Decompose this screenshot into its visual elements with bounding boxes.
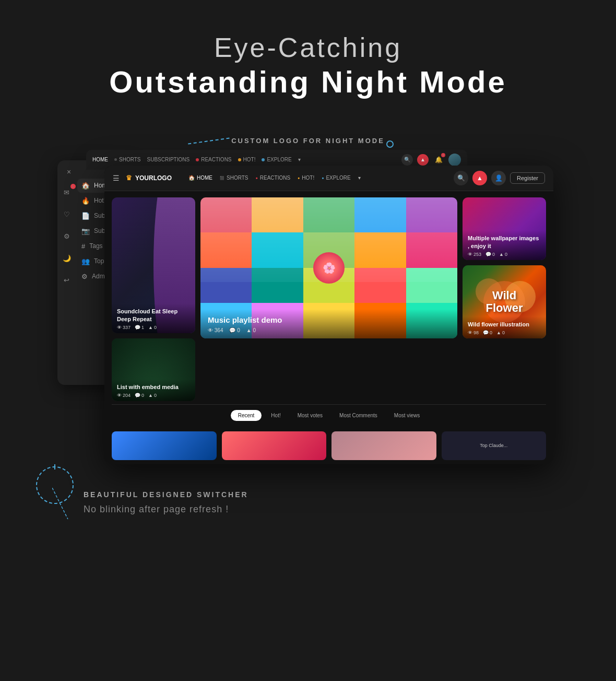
tags-icon: # (81, 242, 85, 250)
wildflower-overlay-text: WildFlower (486, 289, 523, 314)
home-nav-icon: 🏠 (188, 175, 195, 181)
browser-upload[interactable]: ▲ (472, 171, 487, 185)
submiti-icon: 📷 (81, 227, 90, 235)
reactions-dot (196, 158, 199, 161)
register-button[interactable]: Register (510, 172, 545, 184)
bottom-card-4[interactable]: Top Claude... (442, 431, 547, 460)
shorts-nav-icon: ⬛ (220, 176, 224, 180)
center-likes: ▲ 0 (246, 327, 256, 333)
sidebar-logout-icon[interactable]: ↩ (60, 273, 74, 288)
browser-nav-shorts[interactable]: ⬛ SHORTS (220, 175, 248, 181)
top-users-icon: 👥 (81, 257, 90, 265)
hot-icon: 🔥 (81, 197, 90, 205)
wildflower-comments: 💬 0 (483, 330, 492, 335)
hero-title-light: Eye-Catching (10, 31, 606, 64)
browser-nav-home[interactable]: 🏠 HOME (188, 175, 212, 181)
wildflower-card[interactable]: WildFlower Wild flower illustration 👁 98… (463, 265, 546, 338)
hero-title-bold: Outstanding Night Mode (10, 64, 606, 100)
tab-most-comments[interactable]: Most Comments (332, 410, 385, 421)
explore-dot (262, 158, 265, 161)
browser-nav-links: 🏠 HOME ⬛ SHORTS ● REACTIONS ● HOT! ● EXP… (188, 175, 447, 181)
wallpaper-card-label: Multiple wallpaper images , enjoy it 👁 2… (463, 230, 546, 260)
wallpaper-comments: 💬 0 (485, 252, 495, 257)
tab-hot[interactable]: Hot! (264, 410, 288, 421)
topbar-search[interactable]: 🔍 (401, 154, 413, 166)
sidebar-settings-icon[interactable]: ⚙ (60, 229, 74, 244)
topbar-shorts[interactable]: SHORTS (114, 157, 141, 162)
browser-nav-hot[interactable]: ● HOT! (298, 175, 314, 181)
wallpaper-likes: ▲ 0 (499, 252, 507, 257)
wallpaper-title: Multiple wallpaper images , enjoy it (468, 234, 541, 250)
topbar-home[interactable]: HOME (92, 157, 108, 162)
browser-search[interactable]: 🔍 (454, 171, 468, 185)
soundcloud-card-label: Soundcloud Eat Sleep Deep Repeat 👁 337 💬… (112, 303, 195, 333)
topbar-avatar[interactable] (448, 154, 461, 166)
tabs-row: Recent Hot! Most votes Most Comments Mos… (112, 404, 546, 425)
topbar-reactions[interactable]: REACTIONS (196, 157, 231, 162)
submitn-icon: 📄 (81, 212, 90, 220)
browser-nav-reactions[interactable]: ● REACTIONS (256, 175, 291, 181)
left-column: Soundcloud Eat Sleep Deep Repeat 👁 337 💬… (112, 197, 195, 401)
topbar-explore[interactable]: EXPLORE (262, 157, 291, 162)
browser-nav-explore[interactable]: ● EXPLORE (322, 175, 350, 181)
soundcloud-card[interactable]: Soundcloud Eat Sleep Deep Repeat 👁 337 💬… (112, 197, 195, 333)
list-embed-card-label: List with embed media 👁 204 💬 0 ▲ 0 (112, 379, 195, 401)
bottom-card-2[interactable] (222, 431, 327, 460)
tab-recent[interactable]: Recent (231, 410, 262, 421)
right-column: Multiple wallpaper images , enjoy it 👁 2… (463, 197, 546, 401)
logo-crown-icon: ♛ (126, 174, 132, 182)
sidebar-heart-icon[interactable]: ♡ (60, 207, 74, 222)
topbar-more[interactable]: ▾ (298, 157, 301, 162)
topbar-subscriptions[interactable]: SUBSCRIPTIONS (147, 157, 190, 162)
center-stats: 👁 364 💬 0 ▲ 0 (208, 327, 450, 333)
annotation-top-label: CUSTOM LOGO FOR NIGHT MODE (0, 137, 616, 145)
hot-nav-dot: ● (298, 176, 300, 180)
bottom-card-1[interactable] (112, 431, 217, 460)
list-embed-title: List with embed media (117, 383, 190, 391)
center-card-label: Music playlist demo 👁 364 💬 0 ▲ 0 (200, 309, 457, 338)
center-comments: 💬 0 (229, 327, 240, 333)
topbar-notifications[interactable]: 🔔 1 (433, 154, 444, 166)
hamburger-menu[interactable]: ☰ (113, 174, 120, 182)
bottom-cards-row: Top Claude... (104, 431, 553, 464)
hot-dot (238, 158, 241, 161)
notif-badge: 1 (441, 153, 445, 157)
wildflower-likes: ▲ 0 (496, 330, 505, 335)
browser-nav-more[interactable]: ▾ (358, 175, 361, 181)
svg-line-2 (52, 488, 68, 519)
sidebar-night-icon[interactable]: 🌙 (60, 251, 74, 266)
topbar-upload[interactable]: ▲ (417, 154, 429, 166)
logo: ♛ YOURLOGO (126, 174, 172, 182)
sidebar-hot-label: Hot! (94, 197, 105, 204)
sidebar-close[interactable]: × (64, 167, 74, 177)
wildflower-stats: 👁 98 💬 0 ▲ 0 (468, 330, 541, 335)
browser-right-actions: 🔍 ▲ 👤 Register (454, 171, 545, 185)
wallpaper-card[interactable]: Multiple wallpaper images , enjoy it 👁 2… (463, 197, 546, 260)
center-views: 👁 364 (208, 327, 223, 333)
wildflower-views: 👁 98 (468, 330, 479, 335)
dashed-connector (52, 488, 104, 530)
list-embed-views: 👁 204 (117, 393, 131, 398)
list-embed-stats: 👁 204 💬 0 ▲ 0 (117, 393, 190, 398)
bottom-card-3[interactable] (331, 431, 436, 460)
top-bar-nav-links: HOME SHORTS SUBSCRIPTIONS REACTIONS HOT!… (92, 157, 394, 162)
messages-badge: 1 (70, 184, 76, 189)
media-grid: Soundcloud Eat Sleep Deep Repeat 👁 337 💬… (112, 197, 546, 401)
soundcloud-views: 👁 337 (117, 325, 131, 330)
logo-text: YOURLOGO (135, 174, 172, 182)
list-embed-card[interactable]: List with embed media 👁 204 💬 0 ▲ 0 (112, 338, 195, 401)
tab-most-votes[interactable]: Most votes (290, 410, 330, 421)
tab-most-views[interactable]: Most views (387, 410, 427, 421)
sidebar-messages-icon[interactable]: ✉ 1 (60, 185, 74, 200)
soundcloud-comments: 💬 1 (135, 325, 144, 330)
wildflower-card-label: Wild flower illustration 👁 98 💬 0 ▲ 0 (463, 316, 546, 338)
list-embed-comments: 💬 0 (135, 393, 144, 398)
mockup-area: × ✉ 1 ♡ ⚙ 🌙 ↩ 🏠 Home 🔥 Hot! 📄 Submit N..… (57, 150, 559, 459)
center-card[interactable]: 🌸 Music playlist demo 👁 364 💬 0 ▲ 0 (200, 197, 457, 338)
admin-icon: ⚙ (81, 273, 88, 280)
browser-user[interactable]: 👤 (491, 171, 506, 185)
topbar-hot[interactable]: HOT! (238, 157, 256, 162)
switcher-title: BEAUTIFUL DESIGNED SWITCHER (84, 490, 616, 499)
content-area: Soundcloud Eat Sleep Deep Repeat 👁 337 💬… (104, 191, 553, 431)
browser-window: ☰ ♛ YOURLOGO 🏠 HOME ⬛ SHORTS ● REACTIONS… (104, 166, 553, 464)
